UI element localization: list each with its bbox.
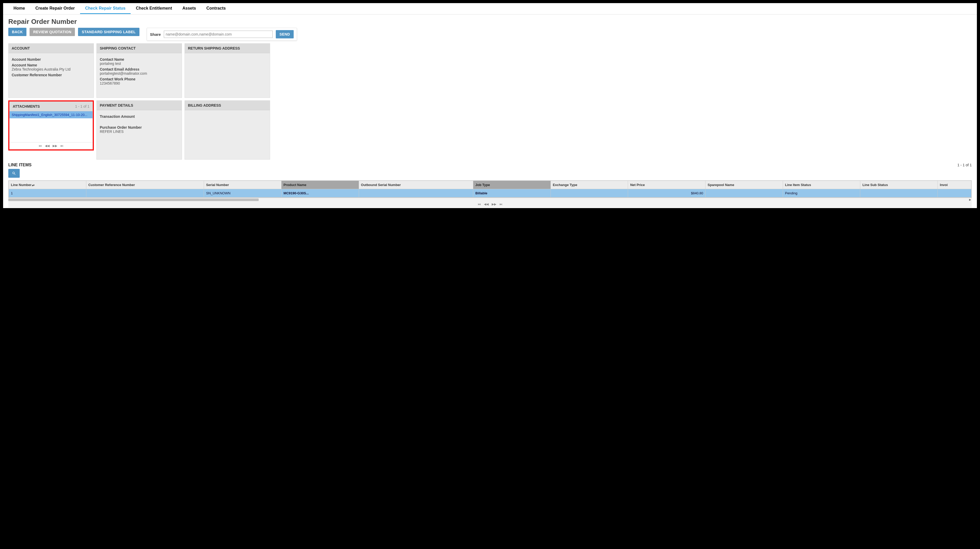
share-box: Share SEND <box>147 28 297 41</box>
shipping-contact-header: SHIPPING CONTACT <box>97 43 182 53</box>
pager-last-icon[interactable]: ⏭ <box>60 144 64 148</box>
col-sparepool[interactable]: Sparepool Name <box>706 181 783 189</box>
billing-panel: BILLING ADDRESS <box>185 101 270 160</box>
attachment-link[interactable]: ShippingManifest1_English_30725594_11-10… <box>10 111 92 118</box>
account-name-value: Zebra Technologies Australia Pty Ltd <box>12 67 91 71</box>
cell-sparepool <box>706 189 783 198</box>
col-outbound-serial[interactable]: Outbound Serial Number <box>359 181 473 189</box>
panels-grid: ACCOUNT Account Number Account Name Zebr… <box>3 43 977 160</box>
contact-name-value: portalreg test <box>100 62 178 65</box>
nav-contracts[interactable]: Contracts <box>201 3 231 14</box>
col-cust-ref[interactable]: Customer Reference Number <box>86 181 204 189</box>
cell-line-number: 1 <box>9 189 86 198</box>
line-items-section: LINE ITEMS 1 - 1 of 1 Line Number▴▾ Cust… <box>3 160 977 207</box>
nav-assets[interactable]: Assets <box>177 3 201 14</box>
scroll-right-icon[interactable]: ▶ <box>969 198 971 201</box>
po-number-label: Purchase Order Number <box>100 125 178 129</box>
cell-outbound-serial <box>359 189 473 198</box>
back-button[interactable]: BACK <box>8 28 26 36</box>
pager-next-icon[interactable]: ▶▶ <box>52 144 57 148</box>
attachments-header: ATTACHMENTS 1 - 1 of 1 <box>10 102 92 111</box>
sort-icon: ▴▾ <box>32 184 35 187</box>
contact-phone-label: Contact Work Phone <box>100 77 178 81</box>
table-pager-last-icon[interactable]: ⏭ <box>500 203 503 206</box>
account-number-label: Account Number <box>12 57 91 62</box>
account-panel: ACCOUNT Account Number Account Name Zebr… <box>8 43 94 98</box>
line-items-title: LINE ITEMS <box>8 163 32 168</box>
po-number-value: REFER LINES <box>100 129 178 134</box>
col-line-status[interactable]: Line Item Status <box>783 181 860 189</box>
line-items-table-wrap: Line Number▴▾ Customer Reference Number … <box>8 180 972 198</box>
contact-email-label: Contact Email Address <box>100 67 178 71</box>
cell-product: MC9190-G30S... <box>281 189 359 198</box>
billing-title: BILLING ADDRESS <box>188 103 221 107</box>
col-job-type[interactable]: Job Type <box>473 181 551 189</box>
billing-header: BILLING ADDRESS <box>185 101 270 110</box>
app-window: Home Create Repair Order Check Repair St… <box>3 3 977 208</box>
col-serial[interactable]: Serial Number <box>204 181 282 189</box>
account-panel-title: ACCOUNT <box>12 46 30 50</box>
cell-invoice <box>938 189 972 198</box>
line-items-pager: ⏮ ◀◀ ▶▶ ⏭ <box>8 201 972 207</box>
table-pager-first-icon[interactable]: ⏮ <box>478 203 481 206</box>
cell-line-status: Pending <box>783 189 860 198</box>
payment-header: PAYMENT DETAILS <box>97 101 182 110</box>
nav-home[interactable]: Home <box>8 3 30 14</box>
share-input[interactable] <box>164 30 273 38</box>
contact-email-value: portalregtest@mailinator.com <box>100 71 178 75</box>
table-pager-next-icon[interactable]: ▶▶ <box>492 203 496 206</box>
return-shipping-header: RETURN SHIPPING ADDRESS <box>185 43 270 53</box>
scrollbar-thumb[interactable] <box>8 198 259 201</box>
contact-phone-value: 1234567890 <box>100 81 178 85</box>
send-button[interactable]: SEND <box>276 30 294 38</box>
shipping-contact-panel: SHIPPING CONTACT Contact Name portalreg … <box>96 43 182 98</box>
col-product-name[interactable]: Product Name <box>281 181 359 189</box>
cell-net-price: $840.80 <box>628 189 706 198</box>
col-exchange-type[interactable]: Exchange Type <box>550 181 628 189</box>
payment-title: PAYMENT DETAILS <box>100 103 133 107</box>
top-nav: Home Create Repair Order Check Repair St… <box>3 3 977 14</box>
col-invoice[interactable]: Invoi <box>938 181 972 189</box>
standard-shipping-label-button[interactable]: STANDARD SHIPPING LABEL <box>78 28 139 36</box>
share-label: Share <box>150 32 161 37</box>
return-shipping-panel: RETURN SHIPPING ADDRESS <box>185 43 270 98</box>
col-net-price[interactable]: Net Price <box>628 181 706 189</box>
line-items-search-button[interactable] <box>8 169 20 178</box>
nav-check-entitlement[interactable]: Check Entitlement <box>130 3 177 14</box>
pager-first-icon[interactable]: ⏮ <box>39 144 42 148</box>
attachments-panel: ATTACHMENTS 1 - 1 of 1 ShippingManifest1… <box>10 101 93 150</box>
payment-panel: PAYMENT DETAILS Transaction Amount Purch… <box>96 101 182 160</box>
transaction-amount-label: Transaction Amount <box>100 115 178 118</box>
cell-exchange-type <box>550 189 628 198</box>
cell-job-type: Billable <box>473 189 551 198</box>
cell-cust-ref <box>86 189 204 198</box>
col-line-number[interactable]: Line Number▴▾ <box>9 181 86 189</box>
search-icon <box>12 171 16 176</box>
account-panel-header: ACCOUNT <box>8 43 94 53</box>
toolbar: BACK REVIEW QUOTATION STANDARD SHIPPING … <box>3 28 977 43</box>
contact-name-label: Contact Name <box>100 57 178 62</box>
nav-create-repair-order[interactable]: Create Repair Order <box>30 3 80 14</box>
pager-prev-icon[interactable]: ◀◀ <box>45 144 49 148</box>
attachments-pager: ⏮ ◀◀ ▶▶ ⏭ <box>10 142 92 149</box>
attachments-count: 1 - 1 of 1 <box>75 104 89 109</box>
nav-check-repair-status[interactable]: Check Repair Status <box>80 3 131 14</box>
page-title: Repair Order Number <box>3 14 977 28</box>
return-shipping-title: RETURN SHIPPING ADDRESS <box>188 46 240 50</box>
cell-serial: SN_UNKNOWN <box>204 189 282 198</box>
table-row[interactable]: 1 SN_UNKNOWN MC9190-G30S... Billable $84… <box>9 189 972 198</box>
attachments-highlight: ATTACHMENTS 1 - 1 of 1 ShippingManifest1… <box>8 101 94 150</box>
attachments-list: ShippingManifest1_English_30725594_11-10… <box>10 111 92 142</box>
cust-ref-label: Customer Reference Number <box>12 73 91 77</box>
account-name-label: Account Name <box>12 63 91 67</box>
shipping-contact-title: SHIPPING CONTACT <box>100 46 135 50</box>
table-pager-prev-icon[interactable]: ◀◀ <box>484 203 488 206</box>
horizontal-scrollbar[interactable]: ◀ ▶ <box>8 198 972 201</box>
line-items-table: Line Number▴▾ Customer Reference Number … <box>8 180 972 198</box>
review-quotation-button[interactable]: REVIEW QUOTATION <box>30 28 75 36</box>
col-sub-status[interactable]: Line Sub Status <box>860 181 938 189</box>
cell-sub-status <box>860 189 938 198</box>
line-items-count: 1 - 1 of 1 <box>958 163 972 167</box>
attachments-title: ATTACHMENTS <box>13 104 40 109</box>
